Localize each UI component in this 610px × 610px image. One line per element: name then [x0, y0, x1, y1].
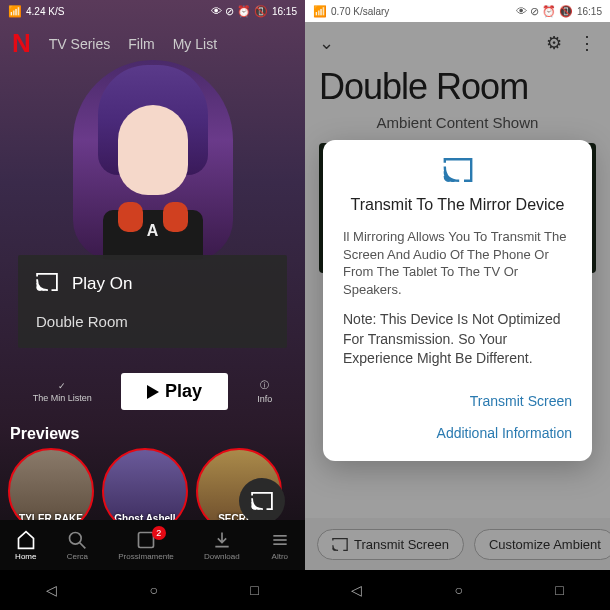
- info-icon: ⓘ: [260, 379, 269, 392]
- nav-film[interactable]: Film: [128, 36, 154, 52]
- cast-icon: [36, 273, 58, 295]
- bottom-nav: Home Cerca 2 Prossimamente Download Altr…: [0, 520, 305, 570]
- hero-actions: ✓ The Min Listen Play ⓘ Info: [0, 373, 305, 410]
- device-title: Double Room: [305, 64, 610, 110]
- back-button[interactable]: ◁: [351, 582, 362, 598]
- mylist-action[interactable]: ✓ The Min Listen: [33, 381, 92, 403]
- android-nav-left: ◁ ○ □: [0, 570, 305, 610]
- network-speed: 0.70 K/salary: [331, 6, 389, 17]
- cast-overlay[interactable]: Play On Double Room: [18, 255, 287, 348]
- hero-artwork: A: [43, 60, 263, 280]
- status-bar-left: 📶 4.24 K/S 👁⊘⏰📵 16:15: [0, 0, 305, 22]
- status-icons: 👁⊘⏰📵: [516, 5, 573, 18]
- dialog-body: Il Mirroring Allows You To Transmit The …: [343, 228, 572, 298]
- badge-count: 2: [152, 526, 166, 540]
- content-subtitle: Ambient Content Shown: [305, 114, 610, 131]
- network-speed: 4.24 K/S: [26, 6, 64, 17]
- cast-fab[interactable]: [239, 478, 285, 524]
- transmit-screen-link[interactable]: Transmit Screen: [343, 385, 572, 417]
- back-button[interactable]: ◁: [46, 582, 57, 598]
- chip-row: Transmit Screen Customize Ambient: [305, 518, 610, 570]
- nav-tvseries[interactable]: TV Series: [49, 36, 110, 52]
- status-icons: 👁⊘⏰📵: [211, 5, 268, 18]
- nav-soon[interactable]: 2 Prossimamente: [118, 530, 174, 561]
- dialog-title: Transmit To The Mirror Device: [343, 196, 572, 214]
- cast-device-name[interactable]: Double Room: [36, 313, 269, 330]
- nav-download[interactable]: Download: [204, 530, 240, 561]
- dialog-note: Note: This Device Is Not Optimized For T…: [343, 310, 572, 369]
- info-action[interactable]: ⓘ Info: [257, 379, 272, 404]
- play-on-label: Play On: [72, 274, 132, 294]
- clock: 16:15: [272, 6, 297, 17]
- additional-info-link[interactable]: Additional Information: [343, 417, 572, 449]
- gear-icon[interactable]: ⚙: [546, 32, 562, 54]
- signal-icon: 📶: [8, 5, 22, 18]
- previews-heading: Previews: [10, 425, 79, 443]
- status-bar-right: 📶 0.70 K/salary 👁⊘⏰📵 16:15: [305, 0, 610, 22]
- nav-home[interactable]: Home: [15, 530, 36, 561]
- netflix-screen: 📶 4.24 K/S 👁⊘⏰📵 16:15 N TV Series Film M…: [0, 0, 305, 610]
- check-icon: ✓: [58, 381, 66, 391]
- customize-chip[interactable]: Customize Ambient: [474, 529, 610, 560]
- svg-line-1: [80, 542, 86, 548]
- cast-icon: [343, 158, 572, 186]
- nav-search[interactable]: Cerca: [67, 530, 88, 561]
- play-button[interactable]: Play: [121, 373, 228, 410]
- collapse-chevron-icon[interactable]: ⌄: [319, 32, 334, 54]
- more-icon[interactable]: ⋮: [578, 32, 596, 54]
- netflix-header: N TV Series Film My List: [0, 22, 305, 65]
- cast-settings-screen: 📶 0.70 K/salary 👁⊘⏰📵 16:15 ⌄ ⚙ ⋮ Double …: [305, 0, 610, 610]
- android-nav-right: ◁ ○ □: [305, 570, 610, 610]
- nav-more[interactable]: Altro: [270, 530, 290, 561]
- signal-icon: 📶: [313, 5, 327, 18]
- clock: 16:15: [577, 6, 602, 17]
- home-button[interactable]: ○: [150, 582, 158, 598]
- svg-point-0: [70, 532, 82, 544]
- play-icon: [147, 385, 159, 399]
- recents-button[interactable]: □: [250, 582, 258, 598]
- mirror-dialog: Transmit To The Mirror Device Il Mirrori…: [323, 140, 592, 461]
- transmit-chip[interactable]: Transmit Screen: [317, 529, 464, 560]
- recents-button[interactable]: □: [555, 582, 563, 598]
- home-button[interactable]: ○: [455, 582, 463, 598]
- netflix-logo[interactable]: N: [12, 28, 31, 59]
- nav-mylist[interactable]: My List: [173, 36, 217, 52]
